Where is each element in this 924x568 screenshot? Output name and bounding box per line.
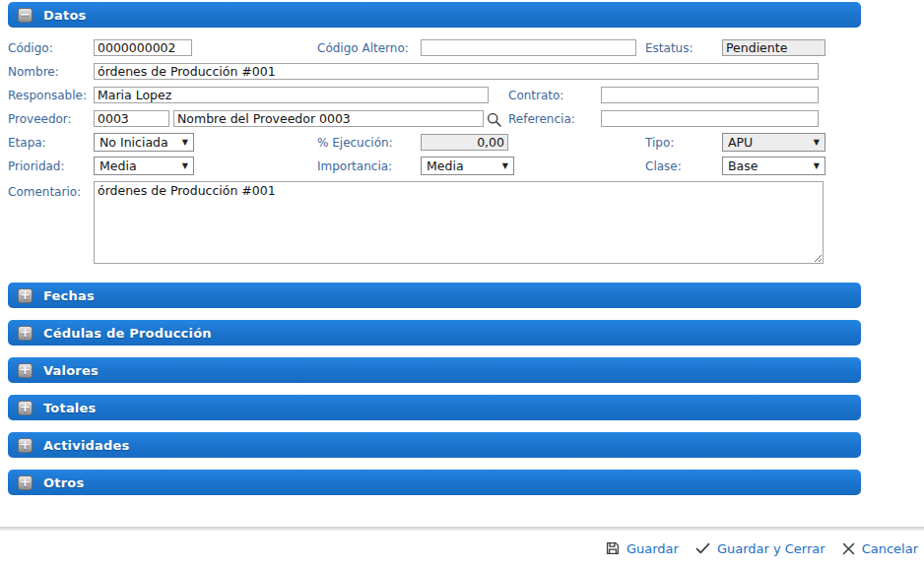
cancel-button-label: Cancelar — [862, 541, 918, 556]
codigo-label: Código: — [8, 41, 53, 55]
expand-icon[interactable]: + — [18, 438, 33, 453]
contrato-input[interactable] — [601, 87, 819, 103]
tipo-select-value: APU — [728, 135, 810, 150]
prioridad-select[interactable]: Media ▼ — [94, 157, 194, 175]
referencia-label: Referencia: — [508, 112, 575, 126]
x-icon — [841, 541, 856, 556]
proveedor-label: Proveedor: — [8, 112, 72, 126]
section-header-fechas[interactable]: + Fechas — [8, 283, 861, 308]
save-and-close-button-label: Guardar y Cerrar — [717, 541, 825, 556]
section-header-otros[interactable]: + Otros — [8, 470, 861, 495]
clase-select[interactable]: Base ▼ — [722, 157, 825, 175]
checkmark-icon — [694, 540, 711, 556]
save-and-close-button[interactable]: Guardar y Cerrar — [694, 540, 825, 556]
expand-icon[interactable]: + — [18, 326, 33, 341]
section-header-datos[interactable]: − Datos — [8, 2, 861, 28]
clase-select-value: Base — [728, 158, 810, 173]
responsable-label: Responsable: — [8, 89, 87, 102]
save-button[interactable]: Guardar — [605, 540, 679, 556]
section-title-fechas: Fechas — [43, 288, 95, 303]
comentario-label: Comentario: — [8, 185, 81, 199]
expand-icon[interactable]: + — [18, 401, 33, 415]
codigo-alterno-input[interactable] — [421, 39, 636, 56]
nombre-input[interactable] — [94, 63, 819, 80]
expand-icon[interactable]: + — [18, 288, 33, 303]
section-title-valores: Valores — [43, 363, 99, 378]
search-icon — [486, 111, 503, 129]
save-button-label: Guardar — [627, 541, 679, 556]
clase-label: Clase: — [645, 159, 682, 173]
prioridad-label: Prioridad: — [8, 159, 65, 173]
chevron-down-icon: ▼ — [814, 161, 820, 170]
section-title-totales: Totales — [43, 401, 96, 415]
section-header-totales[interactable]: + Totales — [8, 395, 861, 420]
form-page: − Datos Código: Código Alterno: Estatus:… — [0, 0, 924, 568]
importancia-label: Importancia: — [317, 159, 392, 173]
expand-icon[interactable]: + — [18, 363, 33, 378]
codigo-alterno-label: Código Alterno: — [317, 41, 409, 55]
save-icon — [605, 540, 621, 556]
cancel-button[interactable]: Cancelar — [841, 541, 918, 556]
nombre-label: Nombre: — [8, 65, 59, 79]
contrato-label: Contrato: — [508, 89, 563, 102]
proveedor-code-input[interactable] — [94, 110, 169, 127]
ejecucion-field — [421, 134, 508, 151]
chevron-down-icon: ▼ — [182, 138, 188, 147]
footer-divider — [0, 527, 924, 531]
estatus-label: Estatus: — [645, 41, 693, 55]
footer-actions: Guardar Guardar y Cerrar Cancelar — [605, 540, 918, 556]
proveedor-lookup-button[interactable] — [486, 111, 503, 129]
section-header-actividades[interactable]: + Actividades — [8, 432, 861, 458]
chevron-down-icon: ▼ — [502, 161, 508, 170]
section-title-actividades: Actividades — [43, 438, 130, 453]
chevron-down-icon: ▼ — [814, 138, 820, 147]
comentario-textarea[interactable]: órdenes de Producción #001 — [94, 181, 824, 264]
referencia-input[interactable] — [601, 110, 819, 127]
proveedor-name-input[interactable] — [173, 110, 484, 127]
estatus-field — [722, 39, 825, 56]
tipo-select: APU ▼ — [722, 133, 825, 152]
section-header-valores[interactable]: + Valores — [8, 357, 861, 383]
etapa-label: Etapa: — [8, 136, 46, 150]
ejecucion-label: % Ejecución: — [317, 136, 393, 150]
etapa-select-value: No Iniciada — [99, 135, 178, 150]
etapa-select[interactable]: No Iniciada ▼ — [94, 133, 194, 152]
section-title-otros: Otros — [43, 475, 84, 490]
importancia-select-value: Media — [427, 158, 498, 173]
chevron-down-icon: ▼ — [182, 161, 188, 170]
section-title-datos: Datos — [43, 8, 86, 23]
section-header-cedulas-de-produccion[interactable]: + Cédulas de Producción — [8, 320, 861, 346]
codigo-input[interactable] — [94, 39, 192, 56]
section-title-cedulas-de-produccion: Cédulas de Producción — [43, 326, 212, 341]
prioridad-select-value: Media — [99, 158, 178, 173]
collapse-icon[interactable]: − — [18, 8, 33, 23]
importancia-select[interactable]: Media ▼ — [421, 157, 514, 175]
expand-icon[interactable]: + — [18, 475, 33, 490]
responsable-input[interactable] — [94, 87, 489, 103]
tipo-label: Tipo: — [645, 136, 674, 150]
